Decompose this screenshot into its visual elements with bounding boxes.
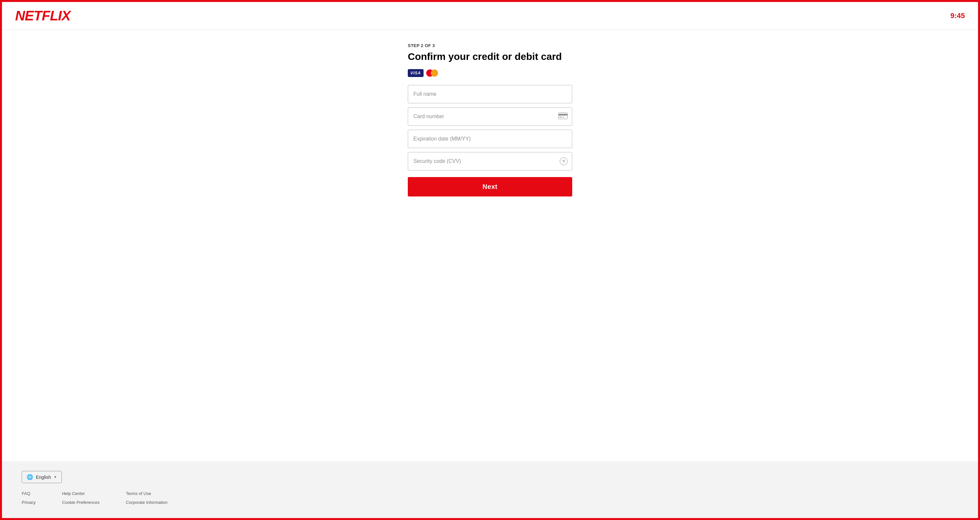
page-title: Confirm your credit or debit card (408, 51, 572, 62)
mastercard-icon (426, 69, 439, 77)
svg-rect-0 (559, 113, 568, 119)
expiration-input[interactable] (408, 130, 572, 148)
svg-rect-2 (559, 117, 562, 118)
card-icons: VISA (408, 69, 572, 77)
footer-links: FAQ Help Center Terms of Use Privacy Coo… (22, 491, 167, 505)
chevron-down-icon: ▼ (54, 475, 57, 479)
fullname-group (408, 85, 572, 103)
header-time: 9:45 (950, 11, 965, 20)
visa-icon: VISA (408, 69, 423, 77)
footer-link-faq[interactable]: FAQ (22, 491, 36, 496)
mc-circle-right (431, 69, 438, 77)
netflix-logo: NETFLIX (15, 8, 70, 24)
cvv-input[interactable] (408, 152, 572, 171)
cardnumber-group (408, 107, 572, 126)
form-container: STEP 2 OF 3 Confirm your credit or debit… (408, 43, 572, 441)
fullname-input[interactable] (408, 85, 572, 103)
card-icon (558, 113, 568, 120)
footer-link-help-center[interactable]: Help Center (62, 491, 100, 496)
cvv-wrapper: ? (408, 152, 572, 171)
cardnumber-wrapper (408, 107, 572, 126)
footer-link-privacy[interactable]: Privacy (22, 500, 36, 505)
svg-rect-1 (558, 114, 568, 115)
footer-link-cookies[interactable]: Cookie Preferences (62, 500, 100, 505)
cvv-help-icon[interactable]: ? (560, 157, 568, 165)
footer: 🌐 English ▼ FAQ Help Center Terms of Use… (2, 461, 978, 518)
next-button[interactable]: Next (408, 177, 572, 196)
expiration-group (408, 130, 572, 148)
footer-link-corporate[interactable]: Corporate Information (126, 500, 167, 505)
language-label: English (36, 475, 51, 480)
cvv-group: ? (408, 152, 572, 171)
header: NETFLIX 9:45 (2, 2, 978, 30)
cardnumber-input[interactable] (408, 107, 572, 126)
svg-rect-3 (563, 117, 564, 118)
main-content: STEP 2 OF 3 Confirm your credit or debit… (2, 30, 978, 461)
step-label: STEP 2 OF 3 (408, 43, 572, 48)
globe-icon: 🌐 (27, 474, 33, 480)
language-selector[interactable]: 🌐 English ▼ (22, 471, 62, 483)
footer-link-terms[interactable]: Terms of Use (126, 491, 167, 496)
